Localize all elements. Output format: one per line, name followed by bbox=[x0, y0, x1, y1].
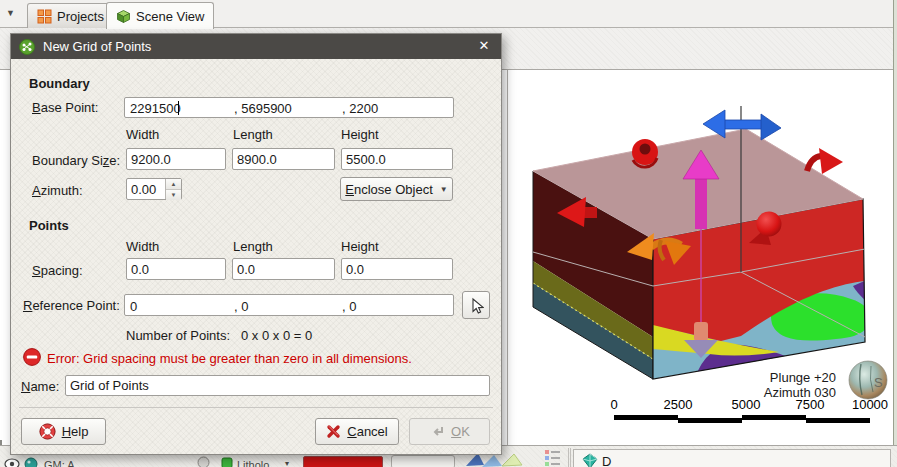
enclose-object-label: Enclose Object bbox=[345, 182, 432, 197]
shape-properties-panel: D bbox=[573, 449, 891, 467]
boundary-size-label: Boundary Size: bbox=[32, 153, 120, 168]
height-column-header: Height bbox=[341, 239, 379, 254]
boundary-height-field[interactable]: 5500.0 bbox=[341, 148, 453, 170]
help-button-label: Help bbox=[62, 424, 89, 439]
legend-list-icon[interactable] bbox=[544, 448, 562, 467]
tab-scene-view[interactable]: Scene View bbox=[106, 2, 214, 29]
azimuth-value[interactable]: 0.00 bbox=[127, 179, 165, 199]
lithology-icon bbox=[221, 457, 233, 467]
number-of-points-value: 0 x 0 x 0 = 0 bbox=[241, 328, 312, 343]
spacing-height-field[interactable]: 0.0 bbox=[341, 258, 453, 280]
plunge-readout: Plunge +20 bbox=[770, 370, 836, 385]
ok-button-label: OK bbox=[451, 424, 470, 439]
cursor-pick-icon bbox=[468, 297, 484, 314]
spacing-length-field[interactable]: 0.0 bbox=[232, 258, 335, 280]
projects-grid-icon bbox=[37, 9, 52, 24]
window-right-edge bbox=[893, 0, 897, 467]
lithology-dropdown-label[interactable]: Litholo... bbox=[237, 459, 279, 467]
dialog-separator bbox=[19, 407, 493, 408]
error-message: Error: Grid spacing must be greater than… bbox=[47, 351, 412, 366]
gm-object-icon[interactable] bbox=[24, 457, 38, 467]
lithology-dropdown-arrow[interactable]: ▾ bbox=[285, 459, 289, 467]
points-section-header: Points bbox=[29, 218, 69, 233]
svg-text:0: 0 bbox=[610, 397, 617, 412]
azimuth-spinner[interactable]: 0.00 ▲ ▼ bbox=[126, 178, 182, 200]
dialog-title-bar[interactable]: New Grid of Points ✕ bbox=[11, 34, 501, 59]
tab-scene-view-label: Scene View bbox=[136, 9, 204, 24]
chevron-down-icon: ▼ bbox=[440, 185, 448, 194]
boundary-section-header: Boundary bbox=[29, 76, 90, 91]
length-column-header: Length bbox=[233, 127, 273, 142]
shape-item-label[interactable]: D bbox=[602, 454, 611, 467]
help-lifebuoy-icon bbox=[39, 423, 56, 440]
application-window: ▼ Projects Scene View bbox=[0, 0, 897, 467]
spinner-down-icon[interactable]: ▼ bbox=[166, 189, 181, 200]
tab-projects[interactable]: Projects bbox=[27, 3, 114, 28]
height-column-header: Height bbox=[341, 127, 379, 142]
cancel-x-icon bbox=[326, 424, 341, 439]
reference-point-field[interactable]: 0 , 0 , 0 bbox=[124, 294, 454, 316]
svg-text:10000: 10000 bbox=[852, 397, 888, 412]
collapse-panel-icon[interactable]: ▼ bbox=[6, 8, 15, 18]
name-field[interactable]: Grid of Points bbox=[65, 375, 490, 396]
cancel-button[interactable]: Cancel bbox=[315, 418, 399, 445]
display-option-button[interactable] bbox=[391, 455, 455, 467]
base-point-label: Base Point: bbox=[32, 100, 99, 115]
grid-of-points-icon bbox=[19, 39, 35, 55]
ok-return-arrow-icon bbox=[429, 425, 445, 439]
name-label: Name: bbox=[21, 379, 59, 394]
close-icon[interactable]: ✕ bbox=[476, 38, 492, 54]
spacing-label: Spacing: bbox=[32, 263, 83, 278]
enclose-object-dropdown[interactable]: Enclose Object ▼ bbox=[340, 177, 453, 201]
new-grid-of-points-dialog: New Grid of Points ✕ Boundary Base Point… bbox=[10, 33, 502, 455]
base-point-field[interactable]: 2291500 , 5695900 , 2200 bbox=[124, 97, 454, 118]
gm-item-label: GM: A bbox=[44, 459, 75, 467]
svg-text:7500: 7500 bbox=[796, 397, 825, 412]
length-column-header: Length bbox=[233, 239, 273, 254]
spacing-width-field[interactable]: 0.0 bbox=[126, 258, 226, 280]
visibility-eye-icon[interactable] bbox=[4, 457, 20, 467]
svg-text:2500: 2500 bbox=[664, 397, 693, 412]
reference-point-label: Reference Point: bbox=[23, 298, 120, 313]
cancel-button-label: Cancel bbox=[347, 424, 387, 439]
text-caret bbox=[178, 101, 179, 115]
width-column-header: Width bbox=[126, 239, 159, 254]
scene-3d-view[interactable]: S Plunge +20 Azimuth 030 0 2500 5000 750… bbox=[507, 70, 893, 446]
azimuth-label: Azimuth: bbox=[32, 183, 83, 198]
colour-swatch-button[interactable] bbox=[303, 456, 383, 467]
pick-point-button[interactable] bbox=[462, 291, 490, 319]
scene-cube-icon bbox=[116, 9, 131, 24]
compass-south-label: S bbox=[874, 375, 883, 390]
compass-ball[interactable]: S bbox=[849, 361, 887, 399]
rotate-red-torus-handle[interactable] bbox=[632, 139, 658, 167]
tab-projects-label: Projects bbox=[57, 9, 104, 24]
spinner-up-icon[interactable]: ▲ bbox=[166, 179, 181, 189]
number-of-points-label: Number of Points: bbox=[126, 328, 230, 343]
scale-bar: 0 2500 5000 7500 10000 bbox=[610, 397, 888, 423]
error-icon bbox=[23, 348, 41, 366]
boundary-length-field[interactable]: 8900.0 bbox=[232, 148, 335, 170]
width-column-header: Width bbox=[126, 127, 159, 142]
svg-text:5000: 5000 bbox=[732, 397, 761, 412]
tab-bar: ▼ Projects Scene View bbox=[0, 0, 897, 28]
ok-button[interactable]: OK bbox=[409, 418, 490, 445]
dialog-title: New Grid of Points bbox=[43, 39, 151, 54]
scene-canvas[interactable]: S Plunge +20 Azimuth 030 0 2500 5000 750… bbox=[509, 70, 894, 445]
boundary-width-field[interactable]: 9200.0 bbox=[126, 148, 226, 170]
deposit-diamond-icon bbox=[582, 453, 598, 467]
help-button[interactable]: Help bbox=[21, 418, 106, 445]
options-circle-icon[interactable] bbox=[197, 456, 210, 467]
panel-splitter[interactable] bbox=[568, 448, 571, 467]
